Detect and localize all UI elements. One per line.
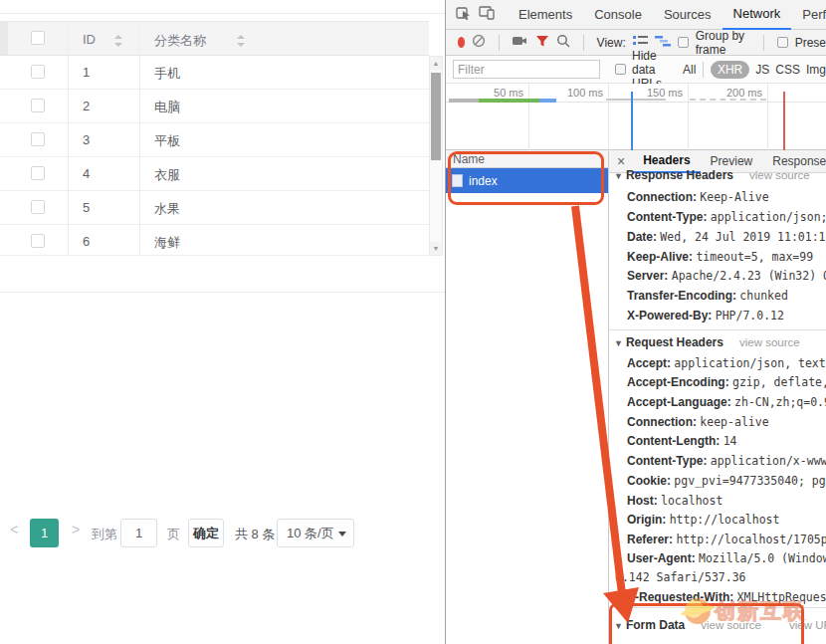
request-headers-section-title[interactable]: ▼Request Headersview source <box>614 335 826 349</box>
prev-page-button[interactable]: < <box>10 522 18 537</box>
clear-icon[interactable] <box>472 34 486 51</box>
cell-id: 5 <box>83 200 90 215</box>
table-row[interactable]: 2 电脑 <box>0 90 429 123</box>
header-name: Cookie: <box>627 474 671 488</box>
tab-performance[interactable]: Performance <box>791 0 826 30</box>
table-row[interactable]: 6 海鲜 <box>0 225 429 256</box>
hide-data-urls-checkbox[interactable] <box>615 64 626 75</box>
search-icon[interactable] <box>556 34 570 51</box>
chevron-down-icon <box>338 532 346 537</box>
table-row[interactable]: 1 手机 <box>0 56 429 90</box>
scroll-down-icon[interactable]: ▼ <box>430 242 442 255</box>
annotation-box-request <box>448 151 604 205</box>
cell-id: 6 <box>83 234 90 249</box>
goto-label: 到第 <box>92 526 117 543</box>
confirm-button[interactable]: 确定 <box>188 519 224 547</box>
triangle-down-icon: ▼ <box>614 338 623 348</box>
row-checkbox[interactable] <box>31 132 45 146</box>
filter-type-css[interactable]: CSS <box>775 63 800 77</box>
header-value: http://localhost <box>670 513 780 527</box>
cell-id: 1 <box>83 65 90 80</box>
filter-type-all[interactable]: All <box>683 63 696 77</box>
tab-sources[interactable]: Sources <box>653 0 723 30</box>
filter-icon[interactable] <box>535 35 549 51</box>
header-name: Connection: <box>627 415 697 429</box>
request-bar-grey <box>606 99 666 101</box>
record-icon[interactable] <box>458 37 465 48</box>
row-checkbox[interactable] <box>31 200 45 214</box>
cell-id: 2 <box>83 99 90 113</box>
device-toolbar-icon[interactable] <box>479 5 496 24</box>
group-by-frame-checkbox[interactable] <box>678 37 689 48</box>
network-overview-timeline[interactable]: 50 ms 100 ms 150 ms 200 ms 25 <box>446 84 826 150</box>
header-name: Referer: <box>627 533 673 546</box>
header-name: Origin: <box>627 513 666 527</box>
header-name: Accept-Language: <box>627 395 731 409</box>
category-page: ID 分类名称 1 手机 2 电脑 3 <box>0 0 445 644</box>
preserve-log-checkbox[interactable] <box>777 37 788 48</box>
load-event-line <box>783 92 785 150</box>
header-name: Host: <box>627 494 658 508</box>
page-top-border <box>0 13 445 14</box>
goto-page-input[interactable] <box>120 519 157 547</box>
table-header-row: ID 分类名称 <box>0 21 429 56</box>
header-name: Content-Length: <box>627 434 720 448</box>
table-scrollbar[interactable]: ▲ ▼ <box>429 56 443 256</box>
select-all-checkbox[interactable] <box>31 31 45 45</box>
table-row[interactable]: 4 衣服 <box>0 157 429 191</box>
next-page-button[interactable]: > <box>72 522 80 537</box>
header-value: PHP/7.0.12 <box>716 309 784 322</box>
page-size-select[interactable]: 10 条/页 <box>277 519 354 547</box>
column-header-name[interactable]: 分类名称 <box>154 32 206 50</box>
filter-input[interactable] <box>453 60 600 79</box>
view-source-link[interactable]: view source <box>739 336 800 348</box>
pagination-bar: < 1 > 到第 页 确定 共 8 条 10 条/页 <box>0 256 445 293</box>
request-details-panel: × Headers Preview Response Coo ▼Response… <box>608 150 826 644</box>
cell-category-name: 衣服 <box>154 166 180 184</box>
row-checkbox[interactable] <box>31 65 45 79</box>
request-bar-blue <box>539 99 556 103</box>
filter-type-xhr[interactable]: XHR <box>711 61 749 79</box>
close-icon[interactable]: × <box>609 153 633 169</box>
filter-type-img[interactable]: Img <box>806 63 826 77</box>
filter-type-js[interactable]: JS <box>755 63 769 77</box>
watermark-text: 创新互联 <box>715 597 806 625</box>
response-headers-section-title[interactable]: ▼Response Headersview source <box>614 168 826 182</box>
row-checkbox[interactable] <box>31 166 45 180</box>
dom-content-loaded-line <box>631 92 633 150</box>
capture-screenshots-icon[interactable] <box>513 35 528 50</box>
header-name: Date: <box>627 230 657 244</box>
scroll-up-icon[interactable]: ▲ <box>430 57 442 70</box>
request-bar-green <box>479 99 539 103</box>
cell-category-name: 水果 <box>154 200 180 218</box>
view-label: View: <box>597 36 626 50</box>
header-name: Connection: <box>627 190 697 204</box>
column-header-id[interactable]: ID <box>83 32 96 47</box>
header-name: Accept: <box>627 356 671 370</box>
header-value: keep-alive <box>700 415 768 429</box>
view-source-link[interactable]: view source <box>749 169 810 181</box>
header-value: gzip, deflate, br <box>732 375 826 389</box>
screenshot-stage: ID 分类名称 1 手机 2 电脑 3 <box>0 0 826 644</box>
table-row[interactable]: 3 平板 <box>0 123 429 157</box>
tab-console[interactable]: Console <box>583 0 653 30</box>
watermark-logo-icon <box>685 598 711 624</box>
current-page-button[interactable]: 1 <box>30 519 59 547</box>
header-value: application/json, text/jav <box>674 356 826 370</box>
scrollbar-thumb[interactable] <box>431 73 441 160</box>
tick-label: 50 ms <box>494 87 528 99</box>
row-checkbox[interactable] <box>31 99 45 112</box>
page-unit-label: 页 <box>167 526 180 543</box>
sort-id-icon[interactable] <box>114 35 123 47</box>
header-value: localhost <box>661 494 723 508</box>
sort-name-icon[interactable] <box>237 35 246 47</box>
tab-network[interactable]: Network <box>723 0 792 30</box>
table-row[interactable]: 5 水果 <box>0 191 429 225</box>
tab-elements[interactable]: Elements <box>508 0 583 30</box>
row-checkbox[interactable] <box>31 234 45 248</box>
network-filter-bar: Hide data URLs All XHR JS CSS Img <box>446 56 826 84</box>
page-size-value: 10 条/页 <box>287 526 334 540</box>
inspect-element-icon[interactable] <box>456 5 473 24</box>
header-name: Accept-Encoding: <box>627 375 729 389</box>
header-value: timeout=5, max=99 <box>696 250 813 264</box>
